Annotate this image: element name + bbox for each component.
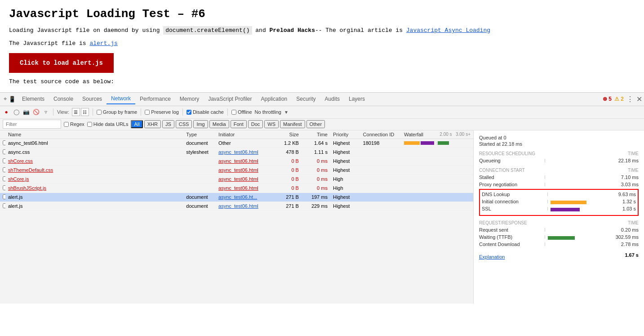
filter-media-btn[interactable]: Media xyxy=(209,120,229,128)
row-initiator-link[interactable]: async_test06.html xyxy=(218,149,258,155)
tab-audits[interactable]: Audits xyxy=(320,94,344,104)
filter-doc-btn[interactable]: Doc xyxy=(248,120,263,128)
offline-label[interactable]: Offline xyxy=(231,109,252,115)
col-time-header[interactable]: Time xyxy=(302,130,330,139)
row-checkbox[interactable] xyxy=(3,140,5,145)
grid-view-btn[interactable]: ☷ xyxy=(81,108,89,116)
col-name-header[interactable]: Name xyxy=(5,130,183,139)
filter-font-btn[interactable]: Font xyxy=(231,120,247,128)
col-initiator-header[interactable]: Initiator xyxy=(216,130,276,139)
stop-btn[interactable]: ◯ xyxy=(13,108,20,116)
row-checkbox[interactable] xyxy=(3,176,5,181)
waiting-ttfb-row: Waiting (TTFB) 302.59 ms xyxy=(479,234,639,240)
cursor-icon[interactable]: ⌖ xyxy=(4,95,7,103)
device-icon[interactable]: 📱 xyxy=(9,96,16,103)
row-name: shBrushJScript.js xyxy=(5,184,183,193)
col-waterfall-header[interactable]: Waterfall 2.00 s 3.00 s+ xyxy=(401,130,473,139)
col-size-header[interactable]: Size xyxy=(276,130,302,139)
tab-memory[interactable]: Memory xyxy=(175,94,204,104)
filter-manifest-btn[interactable]: Manifest xyxy=(280,120,305,128)
tab-application[interactable]: Application xyxy=(257,94,292,104)
table-row[interactable]: async.cssstylesheetasync_test06.html478 … xyxy=(0,148,473,157)
col-type-header[interactable]: Type xyxy=(183,130,216,139)
row-checkbox[interactable] xyxy=(3,149,5,154)
desc-middle: and xyxy=(252,27,270,34)
table-row[interactable]: shBrushJScript.jsasync_test06.html0 B0 m… xyxy=(0,184,473,193)
group-by-frame-label[interactable]: Group by frame xyxy=(97,109,137,115)
filter-img-btn[interactable]: Img xyxy=(193,120,208,128)
explanation-link[interactable]: Explanation xyxy=(479,254,505,260)
hide-data-checkbox[interactable] xyxy=(87,122,92,127)
filter-btn[interactable]: ▿ xyxy=(42,108,49,116)
tab-layers[interactable]: Layers xyxy=(344,94,369,104)
filter-xhr-btn[interactable]: XHR xyxy=(144,120,161,128)
col-connid-header[interactable]: Connection ID xyxy=(360,130,401,139)
disable-cache-label[interactable]: Disable cache xyxy=(187,109,224,115)
filter-all-btn[interactable]: All xyxy=(131,120,142,128)
tab-network[interactable]: Network xyxy=(107,94,135,104)
row-initiator-link[interactable]: async_test06.html xyxy=(218,158,258,164)
tab-console[interactable]: Console xyxy=(49,94,78,104)
row-checkbox-cell xyxy=(0,148,5,157)
group-by-frame-checkbox[interactable] xyxy=(97,110,102,115)
row-connection-id xyxy=(360,184,401,193)
row-checkbox[interactable] xyxy=(3,203,5,208)
load-alert-btn[interactable]: Click to load alert.js xyxy=(9,53,114,73)
filter-input[interactable] xyxy=(3,120,61,129)
row-checkbox[interactable] xyxy=(3,167,5,172)
page-title: Javascript Loading Test – #6 xyxy=(9,7,635,21)
desc-suffix: -- The orginal article is xyxy=(315,27,406,34)
list-view-btn[interactable]: ☰ xyxy=(72,108,80,116)
row-name-link[interactable]: shCore.js xyxy=(8,176,29,182)
throttle-select[interactable]: No throttling xyxy=(255,109,281,115)
row-initiator-link[interactable]: async_test06.ht... xyxy=(218,194,257,200)
table-row[interactable]: shCore.jsasync_test06.html0 B0 msHigh xyxy=(0,175,473,184)
camera-btn[interactable]: 📷 xyxy=(22,108,30,116)
filter-types: All XHR JS CSS Img Media Font Doc WS Man… xyxy=(131,120,325,128)
record-btn[interactable]: ● xyxy=(3,108,10,116)
table-row[interactable]: async_test06.htmldocumentOther1.2 KB1.64… xyxy=(0,139,473,148)
total-time: 1.67 s xyxy=(625,252,639,258)
tab-elements[interactable]: Elements xyxy=(18,94,49,104)
row-name-link[interactable]: shThemeDefault.css xyxy=(8,167,53,173)
preserve-log-label[interactable]: Preserve log xyxy=(145,109,179,115)
offline-checkbox[interactable] xyxy=(231,110,236,115)
row-checkbox[interactable] xyxy=(3,194,5,199)
col-checkbox-header xyxy=(0,130,5,139)
tab-js-profiler[interactable]: JavaScript Profiler xyxy=(204,94,256,104)
tab-sources[interactable]: Sources xyxy=(78,94,107,104)
table-row[interactable]: alert.jsdocumentasync_test06.ht...271 B1… xyxy=(0,193,473,202)
filter-css-btn[interactable]: CSS xyxy=(176,120,192,128)
row-checkbox[interactable] xyxy=(3,185,5,190)
clear-btn[interactable]: 🚫 xyxy=(32,108,40,116)
filter-js-btn[interactable]: JS xyxy=(162,120,174,128)
table-row[interactable]: alert.jsdocumentasync_test06.html271 B22… xyxy=(0,202,473,211)
row-name-link[interactable]: shBrushJScript.js xyxy=(8,185,46,191)
row-checkbox[interactable] xyxy=(3,158,5,163)
devtools-close-btn[interactable]: ✕ xyxy=(636,95,642,103)
col-priority-header[interactable]: Priority xyxy=(330,130,360,139)
row-initiator-link[interactable]: async_test06.html xyxy=(218,185,258,191)
more-options-btn[interactable]: ⋮ xyxy=(626,95,634,103)
disable-cache-checkbox[interactable] xyxy=(187,110,191,115)
hide-data-label[interactable]: Hide data URLs xyxy=(87,121,129,127)
preserve-log-checkbox[interactable] xyxy=(145,110,150,115)
row-initiator-link[interactable]: async_test06.html xyxy=(218,167,258,173)
devtools-tab-right: ⊗ 5 ⚠ 2 ⋮ ✕ xyxy=(603,95,642,103)
regex-label[interactable]: Regex xyxy=(64,121,84,127)
regex-checkbox[interactable] xyxy=(64,122,69,127)
throttle-dropdown-arrow[interactable]: ▼ xyxy=(284,110,289,115)
row-initiator-link[interactable]: async_test06.html xyxy=(218,176,258,182)
filter-other-btn[interactable]: Other xyxy=(306,120,325,128)
table-row[interactable]: shThemeDefault.cssasync_test06.html0 B0 … xyxy=(0,166,473,175)
table-row[interactable]: shCore.cssasync_test06.html0 B0 msHighes… xyxy=(0,157,473,166)
request-sent-row: Request sent 0.20 ms xyxy=(479,227,639,233)
tab-security[interactable]: Security xyxy=(292,94,320,104)
row-time: 0 ms xyxy=(302,157,330,166)
alert-js-link[interactable]: alert.js xyxy=(89,40,117,47)
tab-performance[interactable]: Performance xyxy=(135,94,175,104)
row-name-link[interactable]: shCore.css xyxy=(8,158,33,164)
async-loading-link[interactable]: Javascript Async Loading xyxy=(406,27,490,34)
row-initiator-link[interactable]: async_test06.html xyxy=(218,203,258,209)
filter-ws-btn[interactable]: WS xyxy=(264,120,279,128)
